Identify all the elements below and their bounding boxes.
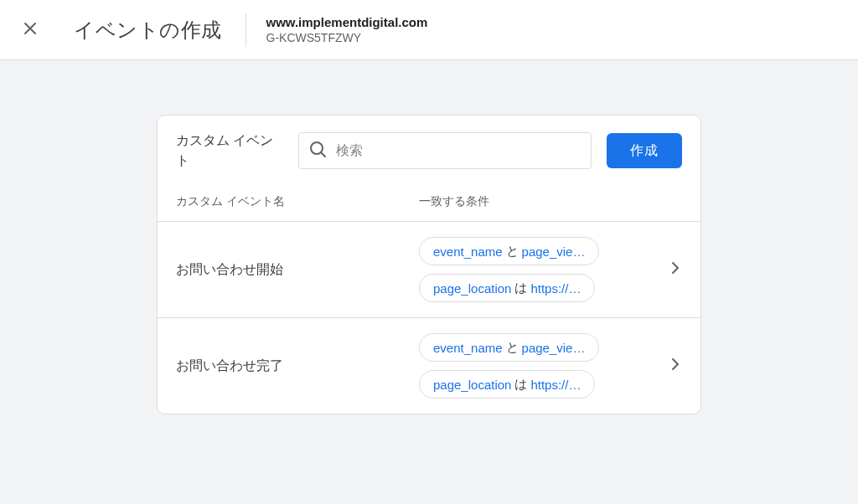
section-label: カスタム イベント	[176, 131, 283, 171]
event-conditions: event_name と page_vie… page_location は h…	[419, 237, 655, 302]
condition-operator: は	[511, 280, 530, 296]
condition-key: page_location	[433, 281, 511, 296]
event-row[interactable]: お問い合わせ開始 event_name と page_vie… page_loc…	[158, 221, 700, 317]
search-input[interactable]	[336, 143, 582, 158]
search-field[interactable]	[298, 132, 592, 169]
condition-chip: page_location は https://…	[419, 274, 595, 302]
site-id: G-KCWS5TFZWY	[266, 31, 428, 44]
event-conditions: event_name と page_vie… page_location は h…	[419, 333, 655, 399]
card-header: カスタム イベント 作成	[158, 116, 700, 184]
create-button[interactable]: 作成	[607, 133, 682, 168]
search-icon	[308, 139, 328, 162]
condition-chip: page_location は https://…	[419, 370, 595, 399]
condition-operator: と	[503, 340, 522, 356]
condition-operator: と	[503, 244, 522, 260]
column-name-header: カスタム イベント名	[176, 194, 419, 209]
event-name: お問い合わせ開始	[176, 261, 419, 279]
column-conditions-header: 一致する条件	[419, 194, 682, 209]
condition-key: page_location	[433, 378, 511, 392]
close-icon	[20, 18, 40, 42]
condition-key: event_name	[433, 341, 503, 355]
condition-value: page_vie…	[522, 244, 586, 259]
condition-value: https://…	[530, 378, 581, 392]
site-url: www.implementdigital.com	[266, 15, 428, 29]
condition-chip: event_name と page_vie…	[419, 333, 599, 362]
condition-value: https://…	[530, 281, 581, 296]
event-name: お問い合わせ完了	[176, 357, 419, 375]
chevron-right-icon	[655, 258, 689, 281]
chevron-right-icon	[655, 354, 689, 378]
event-row[interactable]: お問い合わせ完了 event_name と page_vie… page_loc…	[158, 317, 700, 414]
condition-operator: は	[511, 377, 530, 393]
condition-value: page_vie…	[522, 341, 586, 355]
column-headers: カスタム イベント名 一致する条件	[158, 184, 700, 221]
custom-events-card: カスタム イベント 作成 カスタム イベント名 一致する条件 お問い合わせ開始 …	[157, 115, 701, 414]
topbar: イベントの作成 www.implementdigital.com G-KCWS5…	[0, 0, 858, 60]
close-button[interactable]	[10, 10, 50, 50]
stage: カスタム イベント 作成 カスタム イベント名 一致する条件 お問い合わせ開始 …	[0, 60, 858, 414]
divider	[246, 13, 246, 47]
condition-key: event_name	[433, 244, 503, 259]
page-title: イベントの作成	[50, 17, 242, 44]
site-info: www.implementdigital.com G-KCWS5TFZWY	[250, 15, 428, 44]
condition-chip: event_name と page_vie…	[419, 237, 599, 265]
